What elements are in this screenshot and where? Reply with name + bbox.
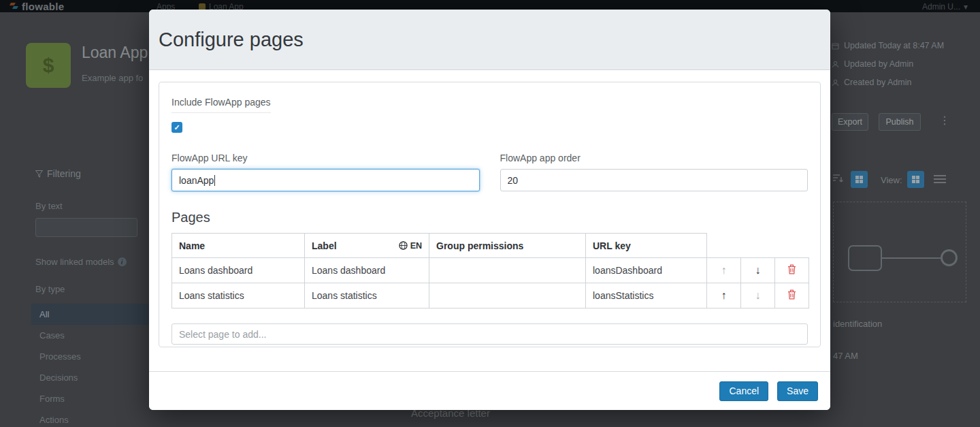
cell-group-permissions[interactable] [429, 258, 586, 283]
include-flowapp-checkbox[interactable]: ✓ [172, 122, 182, 133]
arrow-down-icon: ↓ [755, 289, 761, 301]
pages-table: Name Label EN Group permissions U [172, 233, 809, 309]
cell-name: Loans statistics [172, 283, 305, 309]
globe-icon [399, 241, 408, 250]
delete-page-button[interactable] [783, 287, 800, 304]
trash-icon [787, 289, 796, 300]
flowapp-url-key-field: FlowApp URL key loanApp [172, 153, 480, 191]
flowapp-fields-row: FlowApp URL key loanApp FlowApp app orde… [172, 153, 808, 191]
label-language[interactable]: EN [399, 241, 422, 251]
flowapp-app-order-field: FlowApp app order [500, 153, 808, 191]
configure-pages-modal: Configure pages Include FlowApp pages ✓ … [149, 10, 830, 410]
arrow-up-icon: ↑ [721, 289, 727, 301]
col-header-url-key: URL key [586, 234, 707, 258]
flowapp-app-order-input[interactable] [500, 169, 808, 191]
move-up-button[interactable]: ↑ [716, 287, 732, 304]
trash-icon [787, 264, 796, 274]
cell-url-key[interactable]: loansStatistics [586, 283, 707, 309]
table-header-row: Name Label EN Group permissions U [172, 234, 809, 258]
include-flowapp-label: Include FlowApp pages [172, 97, 271, 113]
arrow-down-icon: ↓ [755, 264, 761, 276]
flowapp-url-key-label: FlowApp URL key [172, 153, 480, 163]
modal-form-panel: Include FlowApp pages ✓ FlowApp URL key … [159, 82, 821, 347]
move-up-button[interactable]: ↑ [716, 262, 732, 279]
cell-label[interactable]: Loans dashboard [305, 258, 429, 283]
pages-heading: Pages [172, 210, 808, 225]
move-down-button[interactable]: ↓ [750, 262, 766, 279]
flowapp-url-key-input[interactable]: loanApp [172, 169, 480, 191]
cell-name: Loans dashboard [172, 258, 305, 283]
cell-url-key[interactable]: loansDashboard [586, 258, 707, 283]
cell-label[interactable]: Loans statistics [305, 283, 429, 309]
modal-title: Configure pages [159, 29, 304, 51]
text-cursor [214, 175, 215, 186]
language-code: EN [410, 241, 422, 251]
modal-footer: Cancel Save [149, 371, 830, 410]
arrow-up-icon: ↑ [721, 264, 727, 276]
table-row-loans-statistics: Loans statistics Loans statistics loansS… [172, 283, 809, 309]
check-icon: ✓ [174, 123, 180, 132]
cancel-button[interactable]: Cancel [719, 381, 768, 401]
screen: flowable Apps Loan App Admin U... ▾ $ Lo… [0, 0, 980, 427]
col-header-name: Name [172, 234, 305, 258]
table-row-loans-dashboard: Loans dashboard Loans dashboard loansDas… [172, 258, 809, 283]
cell-group-permissions[interactable] [429, 283, 586, 309]
flowapp-url-key-value: loanApp [179, 175, 214, 186]
col-header-label: Label EN [305, 234, 429, 258]
col-header-actions [707, 234, 809, 258]
col-header-group-permissions: Group permissions [429, 234, 586, 258]
save-button[interactable]: Save [777, 381, 818, 401]
flowapp-app-order-label: FlowApp app order [500, 153, 808, 163]
add-page-input[interactable] [172, 323, 808, 345]
modal-header: Configure pages [149, 10, 830, 70]
move-down-button[interactable]: ↓ [750, 287, 766, 304]
delete-page-button[interactable] [783, 262, 800, 279]
